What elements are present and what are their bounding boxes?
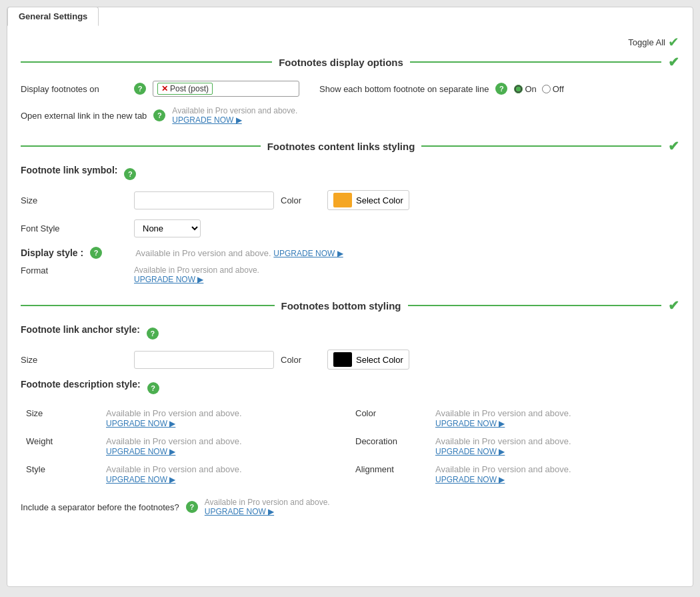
anchor-color-select-button[interactable]: Select Color [327,350,409,370]
section-header-bottom: Footnotes bottom styling ✔ [21,297,679,314]
font-style-label: Font Style [21,223,127,233]
table-row: Style Available in Pro version and above… [21,460,679,488]
section-content-links: Footnotes content links styling ✔ Footno… [21,138,679,284]
display-style-block: Display style : ? Available in Pro versi… [21,247,679,284]
description-help-icon[interactable]: ? [147,382,159,394]
section-title-content: Footnotes content links styling [267,141,415,152]
separator-row: Include a separator before the footnotes… [21,498,679,516]
section-header-display: Footnotes display options ✔ [21,54,679,70]
size-label: Size [21,195,127,205]
on-off-radio-group: On Off [514,84,563,94]
show-each-help-icon[interactable]: ? [495,83,507,95]
color-swatch-orange [333,193,352,207]
desc-color-upgrade[interactable]: UPGRADE NOW ▶ [435,419,505,428]
desc-decoration-upgrade[interactable]: UPGRADE NOW ▶ [435,447,505,456]
color-select-button[interactable]: Select Color [327,190,409,210]
section-chevron-display[interactable]: ✔ [668,54,679,70]
desc-size-label: Size [21,404,101,432]
link-symbol-title-row: Footnote link symbol: ? [21,165,679,183]
format-upgrade-link[interactable]: UPGRADE NOW ▶ [134,275,259,284]
desc-size-upgrade[interactable]: UPGRADE NOW ▶ [106,419,175,428]
desc-color-pro: Available in Pro version and above. UPGR… [430,404,679,432]
section-header-content: Footnotes content links styling ✔ [21,138,679,154]
tag-remove-icon[interactable]: ✕ [161,84,168,93]
link-symbol-help-icon[interactable]: ? [124,168,136,180]
desc-color-label: Color [350,404,430,432]
display-style-title-row: Display style : ? Available in Pro versi… [21,247,679,259]
desc-style-upgrade[interactable]: UPGRADE NOW ▶ [106,475,175,484]
desc-weight-upgrade[interactable]: UPGRADE NOW ▶ [106,447,175,456]
desc-weight-pro: Available in Pro version and above. UPGR… [101,432,350,460]
panel-tab: General Settings [7,7,99,26]
anchor-size-label: Size [21,355,127,365]
color-swatch-black [333,352,352,367]
color-label: Color [281,195,321,205]
anchor-color-btn-label: Select Color [356,355,403,365]
section-chevron-content[interactable]: ✔ [668,138,679,154]
toggle-all-button[interactable]: Toggle All ✔ [628,34,679,50]
font-style-select[interactable]: None Normal Italic Bold [134,219,201,237]
section-bottom-styling: Footnotes bottom styling ✔ Footnote link… [21,297,679,516]
open-external-pro-block: Available in Pro version and above. UPGR… [172,106,297,125]
anchor-size-input[interactable] [134,351,274,369]
desc-alignment-pro: Available in Pro version and above. UPGR… [430,460,679,488]
description-style-title: Footnote description style: [21,379,141,390]
open-external-pro-text: Available in Pro version and above. [172,106,297,115]
desc-decoration-label: Decoration [350,432,430,460]
format-row: Format Available in Pro version and abov… [21,265,679,284]
section-title-bottom: Footnotes bottom styling [281,300,401,312]
display-style-upgrade-link[interactable]: UPGRADE NOW ▶ [273,249,343,258]
section-line-left2 [21,145,261,147]
main-panel: General Settings Toggle All ✔ Footnotes … [7,7,693,587]
footnote-link-symbol-block: Footnote link symbol: ? Size Color Selec… [21,165,679,237]
section-title-display: Footnotes display options [279,57,403,68]
desc-alignment-upgrade[interactable]: UPGRADE NOW ▶ [435,475,505,484]
size-color-row: Size Color Select Color [21,190,679,210]
desc-decoration-pro: Available in Pro version and above. UPGR… [430,432,679,460]
display-footnotes-label: Display footnotes on [21,84,127,94]
tag-label: Post (post) [170,84,209,93]
chevron-down-icon: ✔ [668,34,679,50]
anchor-style-block: Footnote link anchor style: ? Size Color… [21,324,679,370]
display-footnotes-on-row: Display footnotes on ? ✕ Post (post) Sho… [21,81,679,97]
separator-help-icon[interactable]: ? [186,501,198,513]
desc-style-label: Style [21,460,101,488]
format-pro-block: Available in Pro version and above. UPGR… [134,265,259,284]
section-line-right [410,61,661,63]
display-style-help-icon[interactable]: ? [90,247,102,259]
display-footnotes-tag-input[interactable]: ✕ Post (post) [153,81,299,97]
color-btn-label: Select Color [356,195,403,205]
link-symbol-title: Footnote link symbol: [21,165,117,175]
description-style-table: Size Available in Pro version and above.… [21,404,679,488]
section-line-right2 [421,145,661,147]
post-tag: ✕ Post (post) [157,83,213,95]
format-pro-text: Available in Pro version and above. [134,265,259,275]
desc-alignment-label: Alignment [350,460,430,488]
display-footnotes-help-icon[interactable]: ? [134,83,146,95]
anchor-size-color-row: Size Color Select Color [21,350,679,370]
show-each-label: Show each bottom footnote on separate li… [319,84,489,94]
desc-size-pro: Available in Pro version and above. UPGR… [101,404,350,432]
display-style-title: Display style : [21,247,83,258]
radio-off-input[interactable] [542,85,551,93]
radio-on-label[interactable]: On [514,84,536,94]
format-label: Format [21,265,127,275]
toggle-all-container: Toggle All ✔ [21,34,679,50]
separator-pro-block: Available in Pro version and above. UPGR… [205,498,330,516]
separator-upgrade-link[interactable]: UPGRADE NOW ▶ [205,507,330,516]
desc-weight-label: Weight [21,432,101,460]
open-external-upgrade-link[interactable]: UPGRADE NOW ▶ [172,115,297,125]
description-title-row: Footnote description style: ? [21,379,679,398]
anchor-color-label: Color [281,355,321,365]
section-chevron-bottom[interactable]: ✔ [668,297,679,314]
open-external-help-icon[interactable]: ? [153,109,165,121]
anchor-style-title: Footnote link anchor style: [21,324,140,335]
radio-off-label[interactable]: Off [542,84,564,94]
section-line-right3 [408,305,662,306]
radio-on-input[interactable] [514,85,523,93]
toggle-all-label: Toggle All [628,37,665,47]
size-input[interactable] [134,191,274,209]
anchor-help-icon[interactable]: ? [147,328,159,340]
anchor-title-row: Footnote link anchor style: ? [21,324,679,343]
open-external-label: Open external link in the new tab [21,111,147,121]
